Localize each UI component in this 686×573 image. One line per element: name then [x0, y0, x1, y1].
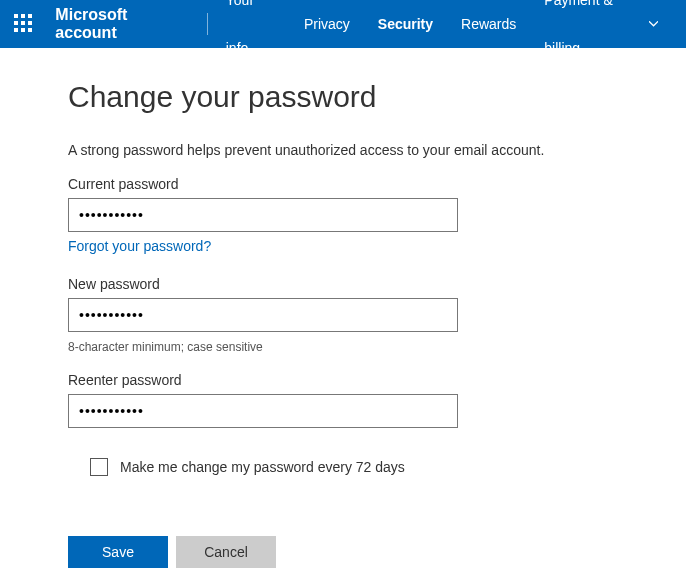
nav-separator — [207, 13, 208, 35]
app-launcher-icon[interactable] — [14, 14, 33, 34]
nav-links: Your info Privacy Security Rewards Payme… — [212, 0, 672, 72]
forgot-password-link[interactable]: Forgot your password? — [68, 238, 211, 254]
current-password-label: Current password — [68, 176, 600, 192]
new-password-block: New password 8-character minimum; case s… — [68, 276, 600, 354]
current-password-input[interactable] — [68, 198, 458, 232]
cancel-button[interactable]: Cancel — [176, 536, 276, 568]
nav-security[interactable]: Security — [364, 0, 447, 72]
new-password-input[interactable] — [68, 298, 458, 332]
current-password-block: Current password Forgot your password? — [68, 176, 600, 254]
expiry-checkbox-label[interactable]: Make me change my password every 72 days — [120, 459, 405, 475]
brand-title[interactable]: Microsoft account — [55, 6, 206, 42]
chevron-down-icon — [649, 21, 658, 27]
reenter-password-label: Reenter password — [68, 372, 600, 388]
reenter-password-input[interactable] — [68, 394, 458, 428]
new-password-label: New password — [68, 276, 600, 292]
nav-privacy[interactable]: Privacy — [290, 0, 364, 72]
save-button[interactable]: Save — [68, 536, 168, 568]
expiry-checkbox-row: Make me change my password every 72 days — [90, 458, 600, 476]
nav-rewards[interactable]: Rewards — [447, 0, 530, 72]
reenter-password-block: Reenter password — [68, 372, 600, 428]
nav-payment-billing[interactable]: Payment & billing — [530, 0, 672, 72]
main-content: Change your password A strong password h… — [0, 48, 600, 568]
action-buttons: Save Cancel — [68, 536, 600, 568]
expiry-checkbox[interactable] — [90, 458, 108, 476]
page-title: Change your password — [68, 80, 600, 114]
top-nav: Microsoft account Your info Privacy Secu… — [0, 0, 686, 48]
nav-payment-billing-label: Payment & billing — [544, 0, 643, 72]
nav-your-info[interactable]: Your info — [212, 0, 290, 72]
page-subtitle: A strong password helps prevent unauthor… — [68, 142, 600, 158]
password-hint: 8-character minimum; case sensitive — [68, 340, 600, 354]
